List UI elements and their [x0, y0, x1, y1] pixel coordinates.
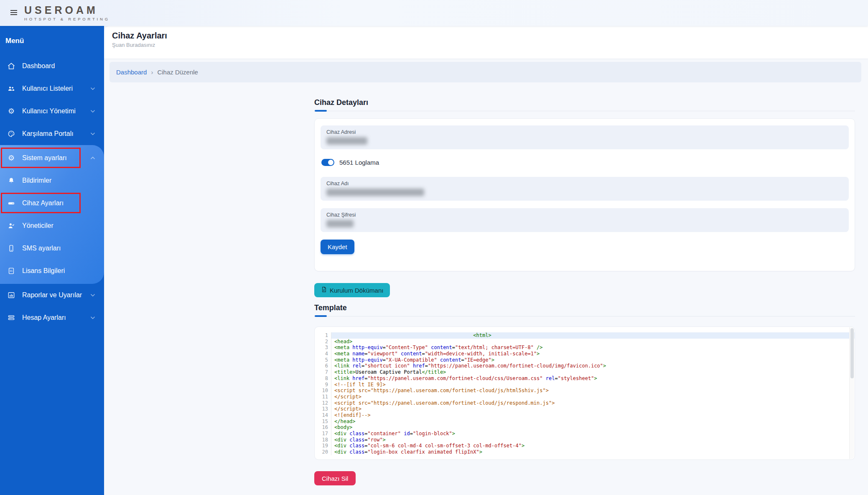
page-body: Dashboard › Cihaz Düzenle Cihaz Detaylar… — [104, 59, 868, 495]
logo: USEROAM HOTSPOT & REPORTING — [24, 5, 110, 21]
device-name-field[interactable]: Cihaz Adı — [321, 177, 849, 201]
sidebar-item-sistem-ayarlari[interactable]: ⚙Sistem ayarları — [0, 147, 104, 169]
code-text: <body> — [331, 424, 855, 431]
line-number: 3 — [315, 344, 331, 351]
code-line: 16<body> — [315, 424, 855, 431]
code-line: 2<head> — [315, 339, 855, 345]
code-text: <html> — [331, 332, 855, 339]
code-text: <script src="https://panel.useroam.com/f… — [331, 400, 855, 406]
sidebar-items: DashboardKullanıcı Listeleri⚙Kullanıcı Y… — [0, 55, 104, 329]
line-number: 5 — [315, 357, 331, 363]
palette-icon — [7, 129, 16, 138]
sidebar-item-label: Bildirimler — [22, 177, 51, 184]
code-line: 11</script> — [315, 394, 855, 400]
code-text: </head> — [331, 418, 855, 425]
sidebar-item-lisans-bilgileri[interactable]: 01Lisans Bilgileri — [0, 260, 104, 282]
code-text: <head> — [331, 339, 855, 345]
page-subtitle: Şuan Buradasınız — [112, 42, 860, 48]
code-text: <div class="container" id="login-block"> — [331, 431, 855, 437]
topbar: USEROAM HOTSPOT & REPORTING — [0, 0, 868, 26]
line-number: 20 — [315, 449, 331, 455]
line-number: 7 — [315, 369, 331, 375]
account-icon — [7, 313, 16, 322]
code-line: 12<script src="https://panel.useroam.com… — [315, 400, 855, 406]
admin-icon — [7, 221, 16, 230]
device-form-card: Cihaz Adresi 5651 Loglama Cihaz Adı — [314, 118, 855, 271]
line-number: 12 — [315, 400, 331, 406]
code-line: 15</head> — [315, 418, 855, 425]
sidebar-item-sms-ayarlari[interactable]: SMS ayarları — [0, 237, 104, 260]
logging-toggle[interactable] — [321, 159, 334, 166]
sidebar-item-hesap-ayarlari[interactable]: Hesap Ayarları — [0, 306, 104, 329]
logging-toggle-label: 5651 Loglama — [339, 159, 379, 166]
device-icon — [7, 199, 16, 208]
line-number: 9 — [315, 382, 331, 388]
bell-icon — [7, 176, 16, 185]
chevron-down-icon — [89, 291, 97, 299]
field-label: Cihaz Adresi — [326, 129, 843, 135]
sidebar-item-raporlar-ve-uyarilar[interactable]: Raporlar ve Uyarılar — [0, 284, 104, 306]
code-line: 3<meta http-equiv="Content-Type" content… — [315, 344, 855, 351]
code-line: 4<meta name="viewport" content="width=de… — [315, 351, 855, 357]
delete-device-button[interactable]: Cihazı Sil — [314, 471, 356, 485]
code-lines: 1 <html>2<head>3<meta http-equiv="Conten… — [315, 332, 855, 455]
scrollbar-thumb[interactable] — [850, 328, 854, 378]
logo-title: USEROAM — [24, 5, 110, 15]
sidebar-item-label: Raporlar ve Uyarılar — [22, 291, 82, 299]
sidebar-item-cihaz-ayarlari[interactable]: Cihaz Ayarları — [0, 192, 104, 214]
code-text: <script src="https://panel.useroam.com/f… — [331, 388, 855, 394]
code-text: <meta http-equiv="Content-Type" content=… — [331, 344, 855, 351]
code-line: 6<link rel="shortcut icon" href="https:/… — [315, 363, 855, 369]
line-number: 10 — [315, 388, 331, 394]
editor-scrollbar[interactable] — [849, 327, 854, 459]
device-address-field[interactable]: Cihaz Adresi — [321, 125, 849, 149]
field-label: Cihaz Adı — [326, 181, 843, 186]
sidebar-item-label: Kullanıcı Yönetimi — [22, 107, 76, 115]
sidebar-item-label: Dashboard — [22, 62, 55, 70]
sidebar-item-dashboard[interactable]: Dashboard — [0, 55, 104, 77]
gear-icon: ⚙ — [7, 153, 16, 163]
sidebar-item-bildirimler[interactable]: Bildirimler — [0, 169, 104, 192]
logo-subtitle: HOTSPOT & REPORTING — [24, 17, 110, 21]
code-text: <![endif]--> — [331, 412, 855, 418]
breadcrumb-link-dashboard[interactable]: Dashboard — [116, 69, 147, 76]
main-column: Cihaz Detayları Cihaz Adresi 5651 Loglam… — [314, 98, 855, 485]
sidebar-item-label: Karşılama Portalı — [22, 130, 74, 138]
sidebar-item-karsilama-portali[interactable]: Karşılama Portalı — [0, 122, 104, 145]
chevron-down-icon — [89, 314, 97, 321]
code-line: 7<title>Useroam Captive Portal</title> — [315, 369, 855, 375]
line-number: 4 — [315, 351, 331, 357]
code-line: 8<link href="https://panel.useroam.com/f… — [315, 375, 855, 382]
template-heading: Template — [314, 304, 855, 316]
line-number: 16 — [315, 424, 331, 431]
save-button[interactable]: Kaydet — [321, 240, 354, 254]
heading-accent-bar — [315, 315, 327, 317]
breadcrumb-separator: › — [151, 69, 153, 76]
sidebar-item-kullanici-listeleri[interactable]: Kullanıcı Listeleri — [0, 77, 104, 100]
device-password-field[interactable]: Cihaz Şifresi — [321, 208, 849, 232]
users-icon — [7, 84, 16, 93]
code-line: 14<![endif]--> — [315, 412, 855, 418]
sidebar: Menü DashboardKullanıcı Listeleri⚙Kullan… — [0, 26, 104, 495]
code-line: 13</script> — [315, 406, 855, 412]
code-text: <div class="login-box clearfix animated … — [331, 449, 855, 455]
sidebar-item-label: Sistem ayarları — [22, 154, 67, 162]
chevron-up-icon — [89, 154, 97, 162]
template-code-editor[interactable]: 1 <html>2<head>3<meta http-equiv="Conten… — [314, 327, 855, 460]
device-details-heading: Cihaz Detayları — [314, 98, 855, 111]
device-details-title: Cihaz Detayları — [314, 98, 855, 107]
installation-document-button[interactable]: Kurulum Dökümanı — [314, 283, 390, 297]
code-text: <div class="row"> — [331, 437, 855, 443]
sidebar-item-label: Hesap Ayarları — [22, 314, 66, 321]
sidebar-item-label: Cihaz Ayarları — [22, 199, 64, 207]
hamburger-menu-button[interactable] — [7, 6, 21, 20]
chevron-down-icon — [89, 107, 97, 115]
installation-document-label: Kurulum Dökümanı — [330, 287, 383, 294]
sidebar-item-yoneticiler[interactable]: Yöneticiler — [0, 214, 104, 237]
line-number: 18 — [315, 437, 331, 443]
sidebar-menu-label: Menü — [0, 26, 104, 55]
line-number: 1 — [315, 332, 331, 339]
sidebar-item-kullanici-yonetimi[interactable]: ⚙Kullanıcı Yönetimi — [0, 100, 104, 122]
line-number: 15 — [315, 418, 331, 425]
sidebar-item-label: SMS ayarları — [22, 245, 61, 252]
